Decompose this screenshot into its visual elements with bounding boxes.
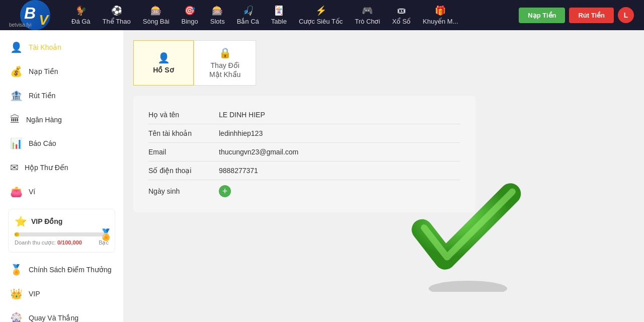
sidebar-item-tai-khoan[interactable]: 👤 Tài Khoản bbox=[0, 35, 123, 59]
logo-b: B bbox=[24, 4, 36, 23]
sidebar-label-vip: VIP bbox=[29, 290, 40, 298]
sidebar-item-nap-tien[interactable]: 💰 Nạp Tiền bbox=[0, 59, 123, 84]
hop-thu-den-icon: ✉ bbox=[10, 162, 19, 174]
profile-row-email: Email thucungvn23@gmail.com bbox=[148, 143, 460, 162]
vip-star-icon: ⭐ bbox=[15, 215, 27, 227]
sidebar-item-vip[interactable]: 👑 VIP bbox=[0, 282, 123, 306]
watermark: betvisa.fyi bbox=[9, 22, 31, 28]
label-email: Email bbox=[148, 148, 219, 156]
nap-tien-icon: 💰 bbox=[10, 65, 23, 77]
nav-label-song-bai: Sòng Bài bbox=[143, 18, 170, 25]
sidebar-label-chinh-sach: Chính Sách Điểm Thưởng bbox=[29, 266, 111, 274]
nav-label-khuyen-mai: Khuyến M... bbox=[423, 18, 458, 25]
nav-item-khuyen-mai[interactable]: 🎁 Khuyến M... bbox=[417, 0, 464, 30]
checkmark-area bbox=[403, 161, 543, 312]
header-right: Nạp Tiền Rút Tiền L bbox=[519, 7, 639, 23]
mat-khau-tab-icon: 🔒 bbox=[219, 47, 231, 59]
nav-label-slots: Slots bbox=[210, 18, 225, 25]
khuyen-mai-icon: 🎁 bbox=[435, 5, 446, 16]
logo-area: B V betvisa.fyi bbox=[5, 0, 65, 30]
vip-badge-icon: 🏅 bbox=[99, 228, 113, 242]
chinh-sach-icon: 🏅 bbox=[10, 264, 23, 276]
sidebar-label-hop-thu-den: Hộp Thư Đến bbox=[25, 164, 68, 172]
nav-item-table[interactable]: 🃏 Table bbox=[265, 0, 293, 30]
tab-mat-khau-label: Thay ĐổiMật Khẩu bbox=[209, 61, 240, 79]
sidebar-item-chinh-sach[interactable]: 🏅 Chính Sách Điểm Thưởng bbox=[0, 258, 123, 282]
rut-tien-icon: 🏦 bbox=[10, 90, 23, 102]
sidebar-item-bao-cao[interactable]: 📊 Báo Cáo bbox=[0, 131, 123, 155]
tai-khoan-icon: 👤 bbox=[10, 41, 23, 53]
tro-choi-icon: 🎮 bbox=[362, 5, 373, 16]
sidebar: 👤 Tài Khoản 💰 Nạp Tiền 🏦 Rút Tiền 🏛 Ngân… bbox=[0, 30, 123, 322]
sidebar-item-quay-va-thang[interactable]: 🎡 Quay Và Thắng bbox=[0, 306, 123, 322]
sidebar-item-hop-thu-den[interactable]: ✉ Hộp Thư Đến bbox=[0, 155, 123, 180]
cuoc-sieu-toc-icon: ⚡ bbox=[315, 5, 327, 16]
sidebar-label-nap-tien: Nạp Tiền bbox=[29, 67, 58, 75]
vip-progress-bar: 🏅 bbox=[15, 232, 109, 236]
slots-icon: 🎰 bbox=[212, 5, 223, 16]
nav-label-cuoc-sieu-toc: Cược Siêu Tốc bbox=[299, 18, 343, 25]
value-email: thucungvn23@gmail.com bbox=[219, 148, 460, 156]
vip-progress-fill bbox=[15, 232, 19, 236]
nav-item-tro-choi[interactable]: 🎮 Trò Chơi bbox=[349, 0, 386, 30]
vip-progress-label: Doanh thu cược: 0/100,000 bbox=[15, 239, 82, 246]
content-area: 👤 Hồ Sơ 🔒 Thay ĐổiMật Khẩu Họ và tên LE … bbox=[123, 30, 644, 322]
nav-item-cuoc-sieu-toc[interactable]: ⚡ Cược Siêu Tốc bbox=[293, 0, 349, 30]
bingo-icon: 🎯 bbox=[184, 5, 195, 16]
sidebar-item-ngan-hang[interactable]: 🏛 Ngân Hàng bbox=[0, 108, 123, 131]
sidebar-label-quay-va-thang: Quay Và Thắng bbox=[29, 314, 78, 322]
sidebar-label-tai-khoan: Tài Khoản bbox=[29, 43, 61, 51]
label-phone: Số điện thoại bbox=[148, 167, 219, 175]
nav-label-da-ga: Đá Gà bbox=[71, 18, 91, 25]
checkmark-icon bbox=[403, 161, 533, 292]
tab-ho-so-label: Hồ Sơ bbox=[153, 66, 174, 74]
vip-amount: 0/100,000 bbox=[57, 239, 82, 246]
nav-item-da-ga[interactable]: 🐓 Đá Gà bbox=[65, 0, 97, 30]
nav-label-table: Table bbox=[271, 18, 287, 25]
table-icon: 🃏 bbox=[273, 5, 284, 16]
tab-thay-doi-mat-khau[interactable]: 🔒 Thay ĐổiMật Khẩu bbox=[194, 40, 256, 86]
sidebar-label-rut-tien: Rút Tiền bbox=[29, 92, 55, 100]
label-ngay-sinh: Ngày sinh bbox=[148, 187, 219, 195]
value-ten-tai-khoan: ledinhhiep123 bbox=[219, 129, 460, 137]
nav-item-ban-ca[interactable]: 🎣 Bắn Cá bbox=[231, 0, 265, 30]
the-thao-icon: ⚽ bbox=[111, 5, 122, 16]
ban-ca-icon: 🎣 bbox=[243, 5, 254, 16]
vip-progress-text: Doanh thu cược: bbox=[15, 239, 56, 246]
sidebar-item-rut-tien[interactable]: 🏦 Rút Tiền bbox=[0, 84, 123, 108]
profile-row-ten-tai-khoan: Tên tài khoản ledinhhiep123 bbox=[148, 124, 460, 143]
nav-item-bingo[interactable]: 🎯 Bingo bbox=[176, 0, 204, 30]
ngan-hang-icon: 🏛 bbox=[10, 114, 20, 125]
add-birthday-button[interactable]: + bbox=[219, 185, 231, 197]
sidebar-label-vi: Ví bbox=[29, 188, 35, 196]
vi-icon: 👛 bbox=[10, 186, 23, 198]
vip-label: VIP Đồng bbox=[31, 217, 62, 225]
song-bai-icon: 🎰 bbox=[150, 5, 162, 16]
user-avatar[interactable]: L bbox=[618, 7, 634, 23]
tab-ho-so[interactable]: 👤 Hồ Sơ bbox=[133, 40, 194, 86]
header: B V betvisa.fyi 🐓 Đá Gà ⚽ Thể Thao 🎰 Sòn… bbox=[0, 0, 644, 30]
nav-item-xo-so[interactable]: 🎟 Xổ Số bbox=[386, 0, 417, 30]
sidebar-item-vi[interactable]: 👛 Ví bbox=[0, 180, 123, 204]
profile-row-ho-ten: Họ và tên LE DINH HIEP bbox=[148, 106, 460, 124]
bao-cao-icon: 📊 bbox=[10, 137, 23, 149]
nav-label-tro-choi: Trò Chơi bbox=[355, 18, 380, 25]
sidebar-label-ngan-hang: Ngân Hàng bbox=[26, 116, 62, 124]
label-ten-tai-khoan: Tên tài khoản bbox=[148, 129, 219, 137]
vip-section: ⭐ VIP Đồng 🏅 Doanh thu cược: 0/100,000 B… bbox=[8, 209, 115, 253]
logo-v: V bbox=[39, 12, 48, 28]
nav-label-bingo: Bingo bbox=[182, 18, 198, 25]
label-ho-ten: Họ và tên bbox=[148, 111, 219, 119]
vip-menu-icon: 👑 bbox=[10, 288, 23, 300]
nav-label-xo-so: Xổ Số bbox=[392, 18, 411, 25]
nav-item-the-thao[interactable]: ⚽ Thể Thao bbox=[97, 0, 137, 30]
withdraw-button[interactable]: Rút Tiền bbox=[569, 8, 614, 23]
ho-so-tab-icon: 👤 bbox=[157, 52, 170, 64]
quay-va-thang-icon: 🎡 bbox=[10, 312, 23, 322]
deposit-button[interactable]: Nạp Tiền bbox=[519, 8, 565, 23]
nav-item-song-bai[interactable]: 🎰 Sòng Bài bbox=[137, 0, 176, 30]
xo-so-icon: 🎟 bbox=[397, 6, 406, 16]
nav-item-slots[interactable]: 🎰 Slots bbox=[204, 0, 231, 30]
profile-tabs: 👤 Hồ Sơ 🔒 Thay ĐổiMật Khẩu bbox=[133, 40, 634, 86]
vip-header: ⭐ VIP Đồng bbox=[15, 215, 109, 227]
